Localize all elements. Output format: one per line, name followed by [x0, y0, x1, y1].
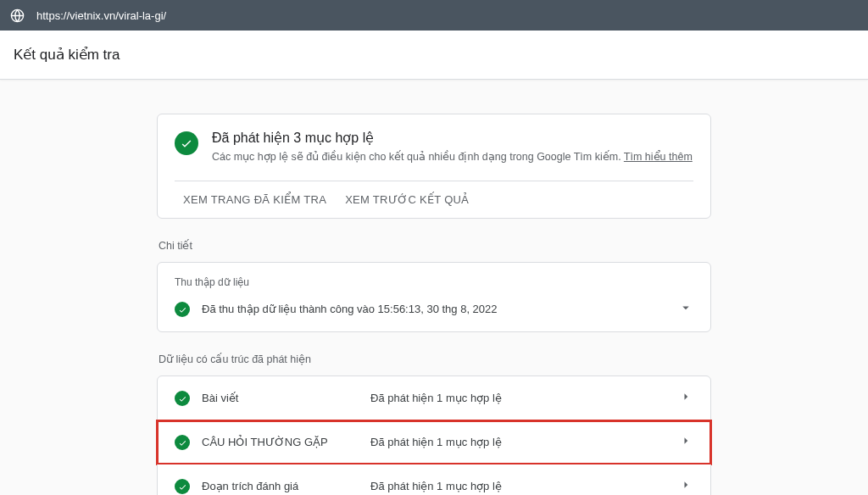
chevron-right-icon	[678, 433, 693, 451]
check-icon	[175, 435, 190, 450]
crawl-message: Đã thu thập dữ liệu thành công vào 15:56…	[202, 303, 666, 315]
url-text: https://vietnix.vn/viral-la-gi/	[36, 9, 166, 22]
item-status: Đã phát hiện 1 mục hợp lệ	[370, 480, 666, 492]
title-bar: Kết quả kiểm tra	[0, 31, 868, 80]
url-bar: https://vietnix.vn/viral-la-gi/	[0, 0, 868, 31]
item-status: Đã phát hiện 1 mục hợp lệ	[370, 392, 666, 404]
item-name: Đoạn trích đánh giá	[202, 480, 359, 492]
check-icon	[175, 302, 190, 317]
status-card: Đã phát hiện 3 mục hợp lệ Các mục hợp lệ…	[157, 114, 711, 219]
globe-icon	[10, 8, 25, 23]
structured-data-label: Dữ liệu có cấu trúc đã phát hiện	[159, 353, 711, 365]
preview-results-button[interactable]: XEM TRƯỚC KẾT QUẢ	[345, 193, 469, 206]
check-icon	[175, 479, 190, 494]
crawl-card[interactable]: Thu thập dữ liệu Đã thu thập dữ liệu thà…	[157, 262, 711, 332]
view-tested-page-button[interactable]: XEM TRANG ĐÃ KIỂM TRA	[183, 193, 326, 206]
learn-more-link[interactable]: Tìm hiểu thêm	[624, 151, 693, 163]
check-icon	[175, 131, 198, 155]
item-name: CÂU HỎI THƯỜNG GẶP	[202, 436, 359, 448]
item-status: Đã phát hiện 1 mục hợp lệ	[370, 436, 666, 448]
details-label: Chi tiết	[159, 239, 711, 252]
list-item-faq[interactable]: CÂU HỎI THƯỜNG GẶP Đã phát hiện 1 mục hợ…	[157, 420, 711, 464]
chevron-down-icon[interactable]	[678, 300, 693, 318]
item-name: Bài viết	[202, 392, 359, 404]
chevron-right-icon	[678, 477, 693, 495]
chevron-right-icon	[678, 389, 693, 407]
list-item-review-snippet[interactable]: Đoạn trích đánh giá Đã phát hiện 1 mục h…	[157, 464, 711, 495]
status-description: Các mục hợp lệ sẽ đủ điều kiện cho kết q…	[212, 149, 693, 165]
page-title: Kết quả kiểm tra	[14, 46, 120, 64]
structured-data-list: Bài viết Đã phát hiện 1 mục hợp lệ CÂU H…	[157, 375, 711, 495]
status-heading: Đã phát hiện 3 mục hợp lệ	[212, 130, 693, 146]
crawl-section-label: Thu thập dữ liệu	[175, 276, 693, 288]
action-row: XEM TRANG ĐÃ KIỂM TRA XEM TRƯỚC KẾT QUẢ	[175, 181, 693, 218]
check-icon	[175, 391, 190, 406]
list-item-article[interactable]: Bài viết Đã phát hiện 1 mục hợp lệ	[157, 375, 711, 420]
